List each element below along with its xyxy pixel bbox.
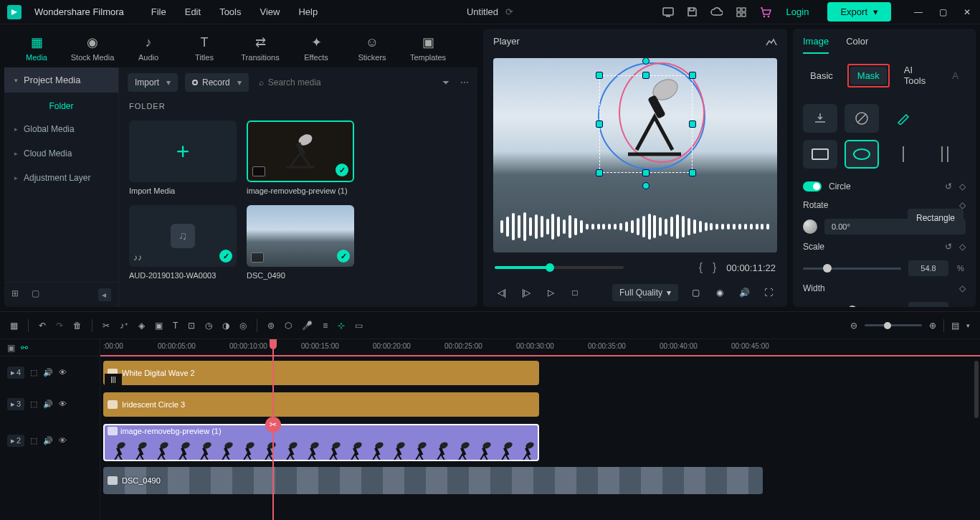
sidebar-item-adjustment[interactable]: Adjustment Layer <box>4 166 118 190</box>
mic-record-icon[interactable]: 🎤 <box>302 321 313 331</box>
media-item-dsc[interactable]: ✓ DSC_0490 <box>247 205 354 280</box>
visibility-icon[interactable]: 👁 <box>59 400 67 408</box>
tag-icon[interactable]: ◈ <box>138 321 145 331</box>
clip-dsc[interactable]: DSC_0490 <box>103 467 763 494</box>
import-dropdown[interactable]: Import <box>128 73 178 92</box>
subtab-aitools[interactable]: AI Tools <box>897 61 938 90</box>
redo-icon[interactable]: ↷ <box>56 321 63 331</box>
record-dropdown[interactable]: Record <box>185 73 249 92</box>
progress-bar[interactable] <box>495 266 624 269</box>
lock-icon[interactable]: ⬚ <box>30 400 37 409</box>
sel-handle-tc[interactable] <box>642 72 650 79</box>
fullscreen-icon[interactable]: ⛶ <box>761 285 776 300</box>
tab-image[interactable]: Image <box>803 36 829 54</box>
search-input[interactable] <box>268 77 368 88</box>
timer-icon[interactable]: ◷ <box>205 321 212 331</box>
scale-thumb[interactable] <box>823 264 832 273</box>
tab-stickers[interactable]: ☺Stickers <box>347 35 397 62</box>
tab-media[interactable]: ▦Media <box>11 34 62 62</box>
color-icon[interactable]: ◑ <box>222 321 229 331</box>
tl-grid-icon[interactable]: ▦ <box>10 321 18 331</box>
timeline-ruler[interactable]: :00:00 00:00:05:00 00:00:10:00 00:00:15:… <box>100 339 980 356</box>
zoom-out-icon[interactable]: ⊖ <box>850 321 857 331</box>
mask-dvline-button[interactable] <box>928 140 962 169</box>
mask-ellipse-button[interactable] <box>845 140 879 169</box>
clip-wave[interactable]: White Digital Wave 2 <box>103 361 539 385</box>
sidebar-item-global[interactable]: Global Media <box>4 117 118 141</box>
prev-frame-button[interactable]: ◁| <box>495 285 509 300</box>
dots-icon[interactable]: ⊚ <box>267 321 275 331</box>
player-viewport[interactable] <box>493 58 777 252</box>
mask-rectangle-button[interactable] <box>803 140 837 169</box>
sel-handle-mr[interactable] <box>689 120 696 128</box>
subtab-basic[interactable]: Basic <box>803 67 840 85</box>
tab-stock-media[interactable]: ◉Stock Media <box>67 34 118 62</box>
crop-icon[interactable]: ▣ <box>155 321 163 331</box>
login-button[interactable]: Login <box>786 6 809 17</box>
camera-icon[interactable]: ◉ <box>713 285 727 300</box>
volume-icon[interactable]: 🔊 <box>737 285 751 300</box>
selection-box[interactable] <box>599 75 693 173</box>
zoom-slider[interactable] <box>865 324 922 326</box>
mask-vline-button[interactable] <box>886 140 920 169</box>
sidebar-item-cloud[interactable]: Cloud Media <box>4 141 118 166</box>
sel-handle-ml[interactable] <box>596 120 603 128</box>
visibility-icon[interactable]: 👁 <box>59 436 67 445</box>
cut-icon[interactable]: ✂ <box>103 321 110 331</box>
zoom-thumb[interactable] <box>884 322 891 329</box>
track-head-2[interactable]: ▸2 ⬚ 🔊 👁 <box>0 420 100 461</box>
apps-icon[interactable] <box>735 6 748 19</box>
playhead-marker[interactable] <box>270 339 277 349</box>
mute-icon[interactable]: 🔊 <box>43 400 53 409</box>
marker-icon[interactable]: ⊹ <box>338 321 345 331</box>
menu-view[interactable]: View <box>260 6 280 17</box>
reset-icon[interactable]: ↺ <box>945 242 952 252</box>
sync-icon[interactable]: ⟳ <box>505 6 513 17</box>
delete-icon[interactable]: 🗑 <box>73 321 82 331</box>
timeline-scrollbar[interactable] <box>974 361 979 418</box>
new-folder-icon[interactable]: ⊞ <box>11 288 24 301</box>
media-item-preview[interactable]: ✓ image-removebg-preview (1) <box>247 120 354 195</box>
subtab-a[interactable]: A <box>945 67 966 85</box>
next-frame-button[interactable]: |▷ <box>519 285 533 300</box>
sel-handle-bottom[interactable] <box>642 182 650 189</box>
track-head-3[interactable]: ▸3 ⬚ 🔊 👁 <box>0 388 100 420</box>
sel-handle-bc[interactable] <box>642 169 650 176</box>
sel-handle-tr[interactable] <box>689 72 696 79</box>
tab-color[interactable]: Color <box>846 36 868 54</box>
folder-icon[interactable]: ▢ <box>32 288 44 301</box>
playhead-cut-button[interactable]: ✂ <box>265 417 281 432</box>
clip-circle[interactable]: Iridescent Circle 3 <box>103 392 539 417</box>
width-thumb[interactable] <box>848 306 857 307</box>
playhead[interactable]: ✂ <box>272 339 274 520</box>
keyframe-icon[interactable]: ◇ <box>959 283 966 293</box>
mask-draw-button[interactable] <box>886 104 920 133</box>
collapse-icon[interactable]: ◂ <box>98 288 111 301</box>
folder-link[interactable]: Folder <box>4 93 118 117</box>
lock-icon[interactable]: ⬚ <box>30 368 37 377</box>
link-icon[interactable]: ⚯ <box>21 343 28 353</box>
import-media-card[interactable]: + Import Media <box>129 120 237 195</box>
scale-value[interactable]: 54.8 <box>908 260 948 276</box>
keyframe-icon[interactable]: ◇ <box>959 242 966 252</box>
cart-icon[interactable] <box>759 6 772 19</box>
width-value[interactable]: 50.0 <box>908 302 948 307</box>
tab-templates[interactable]: ▣Templates <box>403 34 453 62</box>
project-media-header[interactable]: ▾ Project Media <box>4 67 118 93</box>
snapshot-icon[interactable] <box>766 37 777 47</box>
sel-handle-bl[interactable] <box>596 169 603 176</box>
cloud-icon[interactable] <box>710 6 723 19</box>
mute-icon[interactable]: 🔊 <box>43 436 53 445</box>
maximize-button[interactable]: ▢ <box>937 7 948 17</box>
close-button[interactable]: ✕ <box>961 7 973 17</box>
play-button[interactable]: ▷ <box>543 285 558 300</box>
device-icon[interactable] <box>662 6 675 19</box>
mark-out-icon[interactable]: } <box>713 261 716 274</box>
menu-help[interactable]: Help <box>298 6 318 17</box>
export-button[interactable]: Export ▾ <box>827 2 891 22</box>
circle-toggle[interactable] <box>803 181 822 192</box>
stop-button[interactable]: □ <box>568 285 582 300</box>
mixer-icon[interactable]: ≡ <box>323 321 328 331</box>
sel-handle-tl[interactable] <box>596 72 603 79</box>
save-icon[interactable] <box>686 6 699 19</box>
